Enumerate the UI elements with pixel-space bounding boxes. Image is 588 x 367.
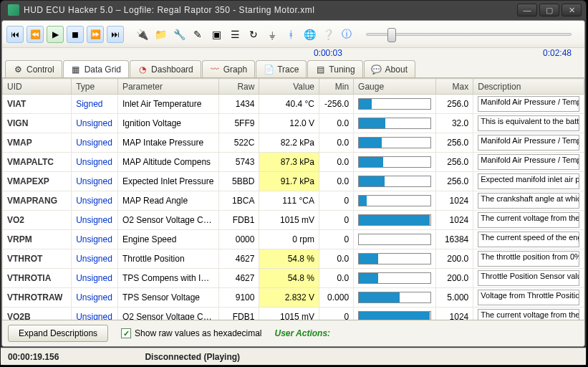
minimize-button[interactable]: — [517, 4, 537, 16]
terminal-icon[interactable]: ▣ [208, 27, 224, 42]
pencil-icon[interactable]: ✎ [190, 27, 206, 42]
gauge-icon: ◔ [138, 65, 148, 75]
cell-gauge [354, 308, 436, 321]
folder-icon[interactable]: 📁 [153, 27, 168, 42]
table-row[interactable]: VTHROTRAWUnsignedTPS Sensor Voltage91002… [3, 288, 584, 308]
table-row[interactable]: VMAPRANGUnsignedMAP Read Angle1BCA111 °C… [3, 191, 584, 211]
cell-parameter: Expected Inlet Pressure [117, 172, 218, 191]
col-gauge[interactable]: Gauge [354, 79, 436, 95]
grid-icon: ▦ [71, 65, 81, 75]
refresh-icon[interactable]: ↻ [246, 27, 261, 42]
cell-value: 1015 mV [259, 308, 319, 321]
cell-max: 256.0 [436, 133, 473, 153]
cell-parameter: Inlet Air Temperature [117, 95, 218, 114]
fast-forward-button[interactable]: ⏩ [87, 26, 104, 43]
col-parameter[interactable]: Parameter [117, 79, 218, 95]
hex-checkbox[interactable]: ✓ Show raw values as hexadecimal [121, 328, 261, 338]
table-row[interactable]: VRPMUnsignedEngine Speed00000 rpm016384T… [3, 230, 584, 249]
cell-raw: FDB1 [219, 211, 259, 230]
wrench-icon[interactable]: 🔧 [171, 27, 187, 42]
cell-raw: 4627 [219, 249, 259, 269]
data-grid[interactable]: UID Type Parameter Raw Value Min Gauge M… [2, 78, 584, 320]
list-icon[interactable]: ☰ [227, 27, 243, 42]
col-type[interactable]: Type [72, 79, 118, 95]
col-raw[interactable]: Raw [219, 79, 259, 95]
cell-raw: FDB1 [219, 308, 259, 321]
table-row[interactable]: VMAPEXPUnsignedExpected Inlet Pressure5B… [3, 172, 584, 191]
cell-max: 200.0 [436, 269, 473, 288]
tab-graph[interactable]: 〰Graph [202, 60, 255, 77]
table-row[interactable]: VO2BUnsignedO2 Sensor Voltage Cyl 2FDB11… [3, 308, 584, 321]
cell-parameter: O2 Sensor Voltage Cyl 2 [117, 308, 218, 321]
cell-parameter: TPS Compens with IACV [117, 269, 218, 288]
bluetooth-icon[interactable]: ᚼ [283, 27, 299, 42]
table-row[interactable]: VTHROTUnsignedThrottle Position462754.8 … [3, 249, 584, 269]
col-description[interactable]: Description [473, 79, 584, 95]
cell-description: Voltage from Throttle Position Sensor [473, 288, 584, 308]
close-button[interactable]: ✕ [562, 4, 582, 16]
skip-end-button[interactable]: ⏭ [107, 26, 124, 43]
help-icon[interactable]: ❔ [320, 27, 336, 42]
cell-parameter: MAP Read Angle [117, 191, 218, 211]
cell-min: 0 [319, 191, 354, 211]
cell-type: Unsigned [72, 172, 118, 191]
cell-uid: VRPM [3, 230, 72, 249]
maximize-button[interactable]: ▢ [539, 4, 559, 16]
col-value[interactable]: Value [259, 79, 319, 95]
cell-min: 0.0 [319, 133, 354, 153]
cell-description: Expected manifold inlet air pressure [473, 172, 584, 191]
cell-max: 256.0 [436, 95, 473, 114]
col-max[interactable]: Max [436, 79, 473, 95]
col-uid[interactable]: UID [3, 79, 72, 95]
table-row[interactable]: VTHROTIAUnsignedTPS Compens with IACV462… [3, 269, 584, 288]
time-total: 0:02:48 [543, 48, 572, 58]
cell-uid: VMAPEXP [3, 172, 72, 191]
rewind-button[interactable]: ⏪ [26, 26, 44, 43]
stop-button[interactable]: ◼ [67, 26, 84, 43]
cell-max: 16384 [436, 230, 473, 249]
cell-raw: 5743 [219, 153, 259, 172]
cell-value: 12.0 V [259, 114, 319, 133]
checkbox-icon: ✓ [121, 328, 131, 338]
cell-max: 1024 [436, 191, 473, 211]
slider-thumb[interactable] [387, 28, 396, 42]
tab-trace[interactable]: 📄Trace [256, 60, 307, 77]
tab-tuning[interactable]: ▤Tuning [307, 60, 362, 77]
tab-data-grid[interactable]: ▦Data Grid [63, 60, 129, 77]
playback-slider[interactable] [366, 33, 572, 36]
col-min[interactable]: Min [319, 79, 354, 95]
cell-uid: VIAT [3, 95, 72, 114]
cell-uid: VO2 [3, 211, 72, 230]
bottom-bar: Expand Descriptions ✓ Show raw values as… [2, 320, 584, 346]
tab-bar: ⚙Control ▦Data Grid ◔Dashboard 〰Graph 📄T… [2, 59, 584, 78]
table-row[interactable]: VIATSignedInlet Air Temperature143440.4 … [3, 95, 584, 114]
usb-icon[interactable]: ⏚ [264, 27, 280, 42]
cell-type: Unsigned [72, 269, 118, 288]
cell-uid: VTHROTRAW [3, 288, 72, 308]
cell-parameter: Ignition Voltage [117, 114, 218, 133]
table-row[interactable]: VIGNUnsignedIgnition Voltage5FF912.0 V0.… [3, 114, 584, 133]
info-icon[interactable]: ⓘ [339, 27, 355, 42]
connect-icon[interactable]: 🔌 [134, 27, 150, 42]
skip-start-button[interactable]: ⏮ [6, 26, 24, 43]
table-row[interactable]: VMAPALTCUnsignedMAP Altitude Compens5743… [3, 153, 584, 172]
expand-descriptions-button[interactable]: Expand Descriptions [8, 325, 108, 342]
cell-description: Manifold Air Pressure / Temperature sens… [473, 133, 584, 153]
cell-raw: 1BCA [219, 191, 259, 211]
cell-min: 0.0 [319, 153, 354, 172]
cell-parameter: Engine Speed [117, 230, 218, 249]
cell-gauge [354, 230, 436, 249]
trace-icon: 📄 [264, 65, 274, 75]
globe-icon[interactable]: 🌐 [302, 27, 317, 42]
table-row[interactable]: VO2UnsignedO2 Sensor Voltage Cyl 1FDB110… [3, 211, 584, 230]
status-state: Disconnected (Playing) [145, 352, 240, 362]
cell-gauge [354, 191, 436, 211]
play-button[interactable]: ▶ [47, 26, 64, 43]
tab-dashboard[interactable]: ◔Dashboard [130, 60, 201, 77]
toolbar: ⏮ ⏪ ▶ ◼ ⏩ ⏭ 🔌 📁 🔧 ✎ ▣ ☰ ↻ ⏚ ᚼ 🌐 ❔ ⓘ [2, 21, 584, 48]
about-icon: 💬 [372, 65, 382, 75]
checkbox-label: Show raw values as hexadecimal [135, 328, 261, 338]
table-row[interactable]: VMAPUnsignedMAP Intake Pressure522C82.2 … [3, 133, 584, 153]
tab-control[interactable]: ⚙Control [5, 60, 62, 77]
tab-about[interactable]: 💬About [364, 60, 415, 77]
